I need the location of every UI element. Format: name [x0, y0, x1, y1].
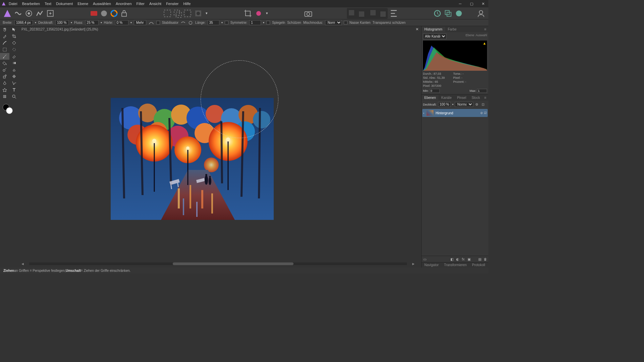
tone-map-persona-icon[interactable] [35, 9, 44, 18]
layer-thumbnail[interactable] [426, 110, 434, 116]
cloud-icon[interactable] [454, 9, 464, 18]
histogram-min-input[interactable] [430, 89, 440, 93]
canvas-image[interactable] [111, 98, 274, 220]
account-icon[interactable] [476, 9, 486, 18]
photo-persona-icon[interactable] [3, 9, 12, 18]
arrange-front-icon[interactable] [347, 9, 357, 18]
layer-blend-select[interactable]: Normal [455, 102, 473, 107]
mask-icon[interactable]: ◧ [449, 257, 454, 261]
farbe-tab[interactable]: Farbe [445, 27, 459, 32]
transformieren-tab[interactable]: Transformieren [441, 262, 469, 267]
paint-brush-tool-icon[interactable] [0, 53, 9, 60]
color-wheel-icon[interactable] [109, 9, 119, 18]
force-pressure-icon[interactable] [148, 20, 154, 25]
histogramm-tab[interactable]: Histogramm [422, 27, 445, 32]
freehand-select-icon[interactable] [9, 46, 19, 53]
breite-input[interactable] [14, 20, 33, 25]
histogram-max-input[interactable] [477, 89, 487, 93]
select-new-icon[interactable] [163, 9, 172, 18]
layer-opacity-input[interactable] [438, 102, 451, 107]
histogram-ebene-button[interactable]: Ebene [466, 34, 474, 37]
document-tab[interactable]: PXL_20230127_135623241.jpg [Geändert] (2… [19, 27, 101, 32]
align-icon[interactable] [389, 9, 398, 18]
grey-swatch-icon[interactable] [99, 9, 109, 18]
transparenz-label[interactable]: Transparenz schützen [373, 21, 406, 24]
develop-persona-icon[interactable] [24, 9, 34, 18]
kanaele-tab[interactable]: Kanäle [438, 95, 454, 100]
node-tool-icon[interactable] [9, 80, 19, 86]
menu-anordnen[interactable]: Anordnen [116, 2, 132, 6]
minimize-button[interactable]: ─ [456, 1, 464, 6]
liquify-persona-icon[interactable] [13, 9, 23, 18]
menu-hilfe[interactable]: Hilfe [183, 2, 191, 6]
text-tool-icon[interactable] [9, 86, 19, 93]
hand-tool-icon[interactable] [0, 26, 9, 33]
pen-tool-icon[interactable] [0, 80, 9, 86]
mehr-button[interactable]: Mehr [134, 20, 146, 25]
stabilisator-checkbox[interactable] [156, 21, 160, 24]
layer-lock-icon[interactable]: ⊡ [481, 102, 485, 107]
protokoll-tab[interactable]: Protokoll [469, 262, 488, 267]
navigator-tab[interactable]: Navigator [422, 262, 441, 267]
canvas-horizontal-scrollbar[interactable]: ◄ ► [19, 261, 417, 266]
selection-brush-icon[interactable] [0, 40, 9, 46]
duplicate-icon[interactable] [443, 9, 453, 18]
rgb-swatch-icon[interactable] [89, 9, 99, 18]
maximize-button[interactable]: ▢ [468, 1, 476, 6]
crop-layer-icon[interactable]: ▣ [467, 257, 471, 261]
rope-icon[interactable] [180, 20, 186, 25]
canvas-vertical-scrollbar[interactable] [417, 32, 421, 261]
layers-panel-menu-icon[interactable]: ≡ [484, 96, 488, 100]
symmetrie-input[interactable] [249, 20, 261, 25]
layer-tag-icon[interactable]: ▭ [422, 257, 427, 261]
color-swatches[interactable] [0, 103, 19, 116]
clone-tool-icon[interactable] [0, 73, 9, 80]
marquee-tool-icon[interactable] [0, 46, 9, 53]
window-stabilizer-icon[interactable] [188, 20, 193, 25]
deckkraft-input[interactable] [55, 20, 69, 25]
pinsel-tab[interactable]: Pinsel [454, 95, 469, 100]
shape-tool-icon[interactable] [0, 86, 9, 93]
fill-tool-icon[interactable] [0, 60, 9, 66]
nasse-kanten-checkbox[interactable] [344, 21, 347, 24]
move-tool-icon[interactable] [9, 26, 19, 33]
crop-icon[interactable] [243, 9, 253, 18]
color-picker-tool-icon[interactable] [0, 33, 9, 40]
select-add-icon[interactable] [173, 9, 182, 18]
hscroll-thumb[interactable] [173, 262, 293, 265]
flood-select-icon[interactable] [9, 40, 19, 46]
mischmodus-select[interactable]: Normal [325, 20, 342, 25]
menu-text[interactable]: Text [45, 2, 51, 6]
healing-tool-icon[interactable] [9, 73, 19, 80]
close-button[interactable]: ✕ [479, 1, 487, 6]
arrange-back-icon[interactable] [378, 9, 387, 18]
close-document-icon[interactable]: ✕ [416, 27, 421, 32]
laenge-input[interactable] [208, 20, 219, 25]
add-layer-icon[interactable]: ▤ [477, 257, 482, 261]
assistant-dropdown-icon[interactable]: ▾ [265, 9, 269, 18]
delete-layer-icon[interactable]: 🗑 [483, 257, 488, 261]
menu-filter[interactable]: Filter [137, 2, 145, 6]
layer-name-label[interactable]: Hintergrund [436, 111, 478, 115]
histogram-channel-select[interactable]: Alle Kanäle [423, 34, 446, 39]
camera-icon[interactable] [304, 9, 313, 18]
canvas-area[interactable]: ◄ ► [19, 32, 421, 266]
layer-settings-icon[interactable]: ⚙ [475, 102, 479, 107]
arrange-backward-icon[interactable] [368, 9, 377, 18]
smudge-tool-icon[interactable] [9, 66, 19, 73]
adjustment-icon[interactable]: ◐ [455, 257, 460, 261]
gradient-tool-icon[interactable] [9, 60, 19, 66]
lock-icon[interactable] [119, 9, 129, 18]
stock-tab[interactable]: Stock [469, 95, 483, 100]
quickmask-icon[interactable] [194, 9, 203, 18]
crop-tool-icon[interactable] [9, 33, 19, 40]
foreground-color-swatch[interactable] [6, 107, 13, 114]
layer-row[interactable]: ▪ Hintergrund ⊘ ☑ [422, 109, 488, 117]
menu-fenster[interactable]: Fenster [166, 2, 178, 6]
menu-bearbeiten[interactable]: Bearbeiten [22, 2, 40, 6]
layer-link-icon[interactable]: ⊘ [480, 111, 483, 115]
assistant-icon[interactable] [254, 9, 263, 18]
histogram-auswahl-button[interactable]: Auswahl [476, 34, 487, 37]
export-persona-icon[interactable] [46, 9, 55, 18]
haerte-input[interactable] [115, 20, 128, 25]
